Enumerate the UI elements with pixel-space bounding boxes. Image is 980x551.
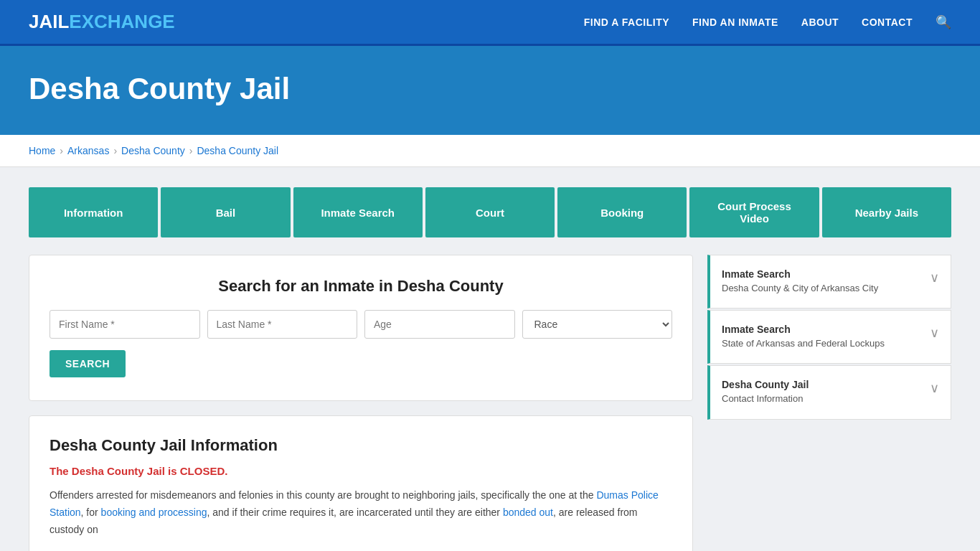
first-name-input[interactable] [50, 310, 200, 339]
search-button[interactable]: SEARCH [50, 350, 126, 377]
tab-nearby-jails[interactable]: Nearby Jails [822, 187, 951, 237]
info-title: Desha County Jail Information [50, 436, 672, 455]
tab-court[interactable]: Court [425, 187, 555, 237]
tabs-bar: Information Bail Inmate Search Court Boo… [29, 187, 951, 237]
inmate-search-box: Search for an Inmate in Desha County Rac… [29, 255, 693, 401]
info-text-3: , and if their crime requires it, are in… [207, 507, 503, 518]
logo: JAILEXCHANGE [29, 11, 175, 33]
nav-find-inmate[interactable]: FIND AN INMATE [692, 17, 778, 28]
left-panel: Search for an Inmate in Desha County Rac… [29, 255, 693, 551]
main-nav: FIND A FACILITY FIND AN INMATE ABOUT CON… [584, 14, 951, 30]
nav-contact[interactable]: CONTACT [862, 17, 913, 28]
sidebar-card-3-subtitle: Contact Information [722, 392, 809, 405]
search-title: Search for an Inmate in Desha County [50, 277, 672, 296]
hero-section: Desha County Jail [0, 46, 980, 135]
logo-part1: JAIL [29, 11, 69, 32]
closed-notice: The Desha County Jail is CLOSED. [50, 465, 672, 477]
logo-part2: EXCHANGE [69, 11, 174, 32]
content-row: Search for an Inmate in Desha County Rac… [29, 255, 951, 551]
search-icon-button[interactable]: 🔍 [936, 14, 951, 30]
search-icon: 🔍 [936, 15, 951, 29]
sidebar-card-inmate-search-state[interactable]: Inmate Search State of Arkansas and Fede… [707, 310, 951, 364]
breadcrumb: Home › Arkansas › Desha County › Desha C… [0, 135, 980, 167]
page-title: Desha County Jail [29, 72, 951, 106]
breadcrumb-desha-county[interactable]: Desha County [121, 145, 185, 156]
info-text-1: Offenders arrested for misdemeanors and … [50, 489, 596, 501]
chevron-down-icon-3: ∨ [930, 380, 939, 396]
sidebar-card-inmate-search-desha[interactable]: Inmate Search Desha County & City of Ark… [707, 255, 951, 309]
booking-processing-link[interactable]: booking and processing [101, 507, 207, 518]
breadcrumb-sep-3: › [189, 145, 193, 156]
age-input[interactable] [364, 310, 515, 339]
sidebar-card-2-subtitle: State of Arkansas and Federal Lockups [722, 337, 885, 350]
breadcrumb-sep-2: › [113, 145, 117, 156]
sidebar-card-1-subtitle: Desha County & City of Arkansas City [722, 282, 878, 295]
header: JAILEXCHANGE FIND A FACILITY FIND AN INM… [0, 0, 980, 46]
info-text-2: , for [81, 507, 101, 518]
tab-bail[interactable]: Bail [161, 187, 290, 237]
info-body: Offenders arrested for misdemeanors and … [50, 487, 672, 538]
main-content: Information Bail Inmate Search Court Boo… [0, 167, 980, 551]
nav-find-facility[interactable]: FIND A FACILITY [584, 17, 669, 28]
breadcrumb-desha-county-jail[interactable]: Desha County Jail [197, 145, 278, 156]
breadcrumb-sep-1: › [60, 145, 63, 156]
right-sidebar: Inmate Search Desha County & City of Ark… [707, 255, 951, 420]
breadcrumb-arkansas[interactable]: Arkansas [67, 145, 109, 156]
tab-court-process-video[interactable]: Court Process Video [689, 187, 819, 237]
sidebar-card-contact-info[interactable]: Desha County Jail Contact Information ∨ [707, 365, 951, 419]
sidebar-card-2-title: Inmate Search [722, 324, 885, 335]
nav-about[interactable]: ABOUT [801, 17, 839, 28]
chevron-down-icon: ∨ [930, 270, 939, 286]
chevron-down-icon-2: ∨ [930, 325, 939, 341]
breadcrumb-home[interactable]: Home [29, 145, 55, 156]
tab-booking[interactable]: Booking [557, 187, 687, 237]
info-box: Desha County Jail Information The Desha … [29, 415, 693, 551]
tab-information[interactable]: Information [29, 187, 158, 237]
sidebar-card-3-title: Desha County Jail [722, 379, 809, 390]
race-select[interactable]: Race White Black Hispanic Asian Other [522, 310, 673, 339]
sidebar-card-1-title: Inmate Search [722, 268, 878, 280]
last-name-input[interactable] [207, 310, 358, 339]
search-fields: Race White Black Hispanic Asian Other [50, 310, 672, 339]
tab-inmate-search[interactable]: Inmate Search [293, 187, 423, 237]
bonded-out-link[interactable]: bonded out [503, 507, 553, 518]
